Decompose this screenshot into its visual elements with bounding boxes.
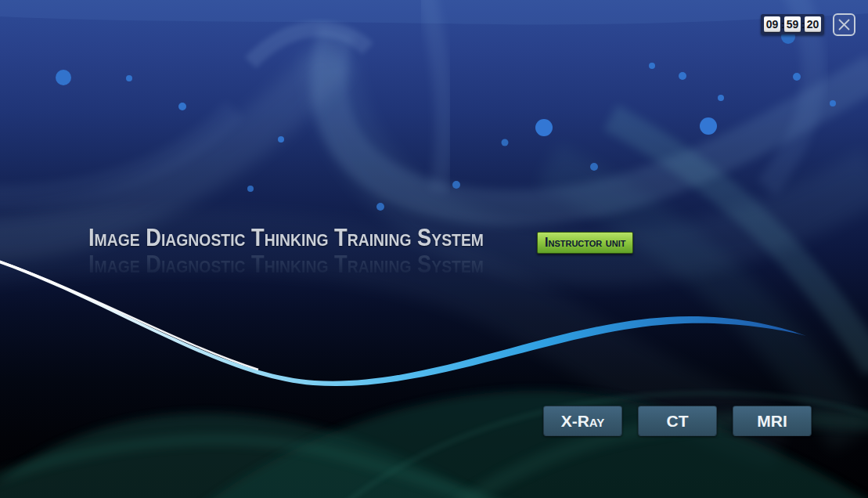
page-title: Image Diagnostic Thinking Training Syste… [88,224,484,252]
title-block: Image Diagnostic Thinking Training Syste… [88,224,538,277]
close-button[interactable] [833,13,855,36]
clock: 09 : 59 : 20 [761,14,824,34]
splash-screen: 09 : 59 : 20 Image Diagnostic Thinking T… [0,0,868,498]
instructor-unit-badge: Instructor unit [537,232,633,254]
mri-button[interactable]: MRI [733,406,812,436]
page-title-reflection: Image Diagnostic Thinking Training Syste… [88,252,484,277]
ct-button[interactable]: CT [638,406,717,436]
clock-separator: : [801,19,804,31]
close-icon [837,18,851,31]
clock-hours: 09 [764,16,780,32]
xray-button[interactable]: X-Ray [543,406,622,436]
clock-minutes: 59 [784,16,801,32]
clock-separator: : [781,19,783,31]
clock-seconds: 20 [805,16,821,32]
